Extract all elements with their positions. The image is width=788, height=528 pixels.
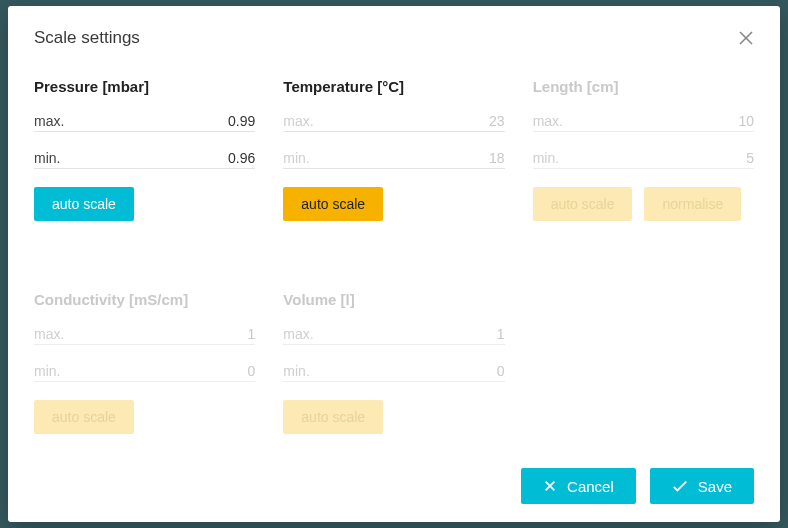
max-label: max. (283, 113, 313, 129)
panel-title-volume: Volume [l] (283, 291, 504, 308)
max-label: max. (34, 326, 64, 342)
max-label: max. (533, 113, 563, 129)
temperature-auto-scale-button[interactable]: auto scale (283, 187, 383, 221)
length-max-row: max. (533, 113, 754, 132)
temperature-max-row: max. (283, 113, 504, 132)
panel-title-pressure: Pressure [mbar] (34, 78, 255, 95)
max-label: max. (283, 326, 313, 342)
close-icon (543, 479, 557, 493)
length-max-input[interactable] (664, 113, 754, 129)
volume-min-row: min. (283, 363, 504, 382)
temperature-min-row: min. (283, 150, 504, 169)
length-min-row: min. (533, 150, 754, 169)
check-icon (672, 479, 688, 493)
temperature-min-input[interactable] (415, 150, 505, 166)
panel-length: Length [cm] max. min. auto scale normali… (533, 78, 754, 247)
panel-title-temperature: Temperature [°C] (283, 78, 504, 95)
panel-temperature: Temperature [°C] max. min. auto scale (283, 78, 504, 247)
conductivity-max-row: max. (34, 326, 255, 345)
length-min-input[interactable] (664, 150, 754, 166)
length-auto-scale-button[interactable]: auto scale (533, 187, 633, 221)
volume-auto-scale-button[interactable]: auto scale (283, 400, 383, 434)
conductivity-max-input[interactable] (165, 326, 255, 342)
temperature-max-input[interactable] (415, 113, 505, 129)
cancel-button-label: Cancel (567, 478, 614, 495)
modal-footer: Cancel Save (34, 468, 754, 504)
min-label: min. (533, 150, 559, 166)
panels-grid: Pressure [mbar] max. min. auto scale Tem… (34, 78, 754, 460)
min-label: min. (34, 363, 60, 379)
save-button[interactable]: Save (650, 468, 754, 504)
min-label: min. (34, 150, 60, 166)
max-label: max. (34, 113, 64, 129)
modal-header: Scale settings (34, 28, 754, 48)
cancel-button[interactable]: Cancel (521, 468, 636, 504)
panel-title-conductivity: Conductivity [mS/cm] (34, 291, 255, 308)
pressure-max-row: max. (34, 113, 255, 132)
pressure-min-row: min. (34, 150, 255, 169)
volume-max-input[interactable] (415, 326, 505, 342)
modal-title: Scale settings (34, 28, 140, 48)
pressure-max-input[interactable] (165, 113, 255, 129)
conductivity-auto-scale-button[interactable]: auto scale (34, 400, 134, 434)
pressure-auto-scale-button[interactable]: auto scale (34, 187, 134, 221)
length-normalise-button[interactable]: normalise (644, 187, 741, 221)
close-icon[interactable] (738, 30, 754, 46)
panel-pressure: Pressure [mbar] max. min. auto scale (34, 78, 255, 247)
panel-title-length: Length [cm] (533, 78, 754, 95)
panel-empty (533, 291, 754, 460)
conductivity-min-input[interactable] (165, 363, 255, 379)
min-label: min. (283, 363, 309, 379)
save-button-label: Save (698, 478, 732, 495)
panel-conductivity: Conductivity [mS/cm] max. min. auto scal… (34, 291, 255, 460)
volume-min-input[interactable] (415, 363, 505, 379)
pressure-min-input[interactable] (165, 150, 255, 166)
volume-max-row: max. (283, 326, 504, 345)
panel-volume: Volume [l] max. min. auto scale (283, 291, 504, 460)
conductivity-min-row: min. (34, 363, 255, 382)
min-label: min. (283, 150, 309, 166)
scale-settings-modal: Scale settings Pressure [mbar] max. min.… (8, 6, 780, 522)
